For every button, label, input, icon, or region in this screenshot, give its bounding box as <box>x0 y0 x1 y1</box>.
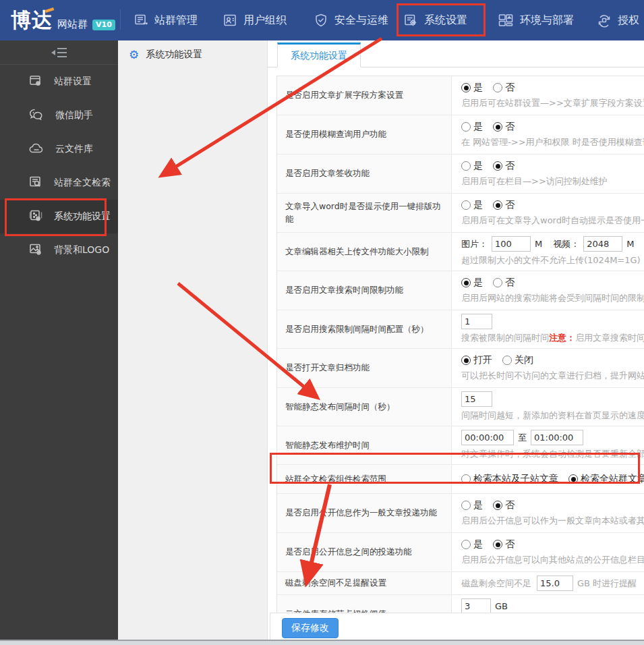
text-input[interactable] <box>537 576 573 591</box>
radio-label: 是 <box>473 538 483 551</box>
row-label: 是否使用模糊查询用户功能 <box>277 115 452 154</box>
row-label: 文章导入word时是否提示使用一键排版功能 <box>277 194 452 232</box>
user-org-icon <box>223 13 237 28</box>
radio-selected[interactable] <box>493 122 502 132</box>
radio-unselected[interactable] <box>461 501 471 510</box>
radio-label: 是 <box>473 277 483 289</box>
row-value: 是否启用后公开信息可以向其他站点的公开信息栏目 <box>452 533 644 571</box>
radio-selected[interactable] <box>461 356 471 365</box>
sidebar-item-system-functions[interactable]: 系统功能设置 <box>0 200 118 233</box>
nav-item-label: 环境与部署 <box>520 13 574 28</box>
nav-item-sites-mgmt[interactable]: 站群管理 <box>134 0 198 40</box>
wechat-helper-icon <box>28 107 45 124</box>
radio-selected[interactable] <box>493 161 502 171</box>
nav-separator <box>120 9 121 30</box>
settings-row: 是否启用文章扩展字段方案设置是否启用后可在站群设置—>>文章扩展字段方案设置 <box>277 76 644 115</box>
nav-item-security-ops[interactable]: 安全与运维 <box>314 0 388 40</box>
help-text: 间隔时间越短，新添加的资料在首页显示的速度 <box>461 410 644 422</box>
help-text: 搜索被限制的间隔时间 <box>461 332 549 344</box>
radio-unselected[interactable] <box>493 278 502 287</box>
text-input[interactable] <box>461 430 514 445</box>
version-badge: V10 <box>92 20 115 30</box>
settings-row: 文章导入word时是否提示使用一键排版功能是否启用后可在文章导入word时自动提… <box>277 194 644 233</box>
radio-unselected[interactable] <box>461 200 471 210</box>
nav-item-license[interactable]: 授权 <box>597 0 639 40</box>
radio-selected[interactable] <box>568 474 578 484</box>
brand-accent-mark <box>45 7 55 13</box>
help-text: GB 时进行提醒 <box>577 578 637 590</box>
radio-unselected[interactable] <box>461 122 471 132</box>
text-input[interactable] <box>492 236 531 252</box>
row-label: 是否打开文章归档功能 <box>277 349 452 387</box>
row-value: 是否启用后可在文章导入word时自动提示是否使用一键 <box>452 194 644 232</box>
settings-row: 智能静态发布维护时间至对文章操作时，系统会自动检测是否要重新全部 <box>277 426 644 465</box>
row-value: 是否启用后公开信息可以作为一般文章向本站或者其 <box>452 494 644 532</box>
radio-selected[interactable] <box>493 200 502 210</box>
tab-system-functions[interactable]: 系统功能设置 <box>277 43 361 67</box>
nav-item-label: 站群管理 <box>154 13 198 28</box>
value-text: GB <box>495 601 508 611</box>
radio-unselected[interactable] <box>461 161 471 171</box>
settings-row: 智能静态发布间隔时间（秒）间隔时间越短，新添加的资料在首页显示的速度 <box>277 388 644 426</box>
row-label: 磁盘剩余空间不足提醒设置 <box>277 572 452 594</box>
row-value: 搜索被限制的间隔时间 注意：启用文章搜索时间 <box>452 310 644 348</box>
sidebar-item-site-settings[interactable]: 站群设置 <box>0 65 118 99</box>
text-input[interactable] <box>461 314 492 329</box>
sidebar-item-fulltext-search[interactable]: 站群全文检索 <box>0 166 118 200</box>
radio-label: 否 <box>505 499 515 511</box>
site-settings-icon <box>28 74 43 90</box>
help-text: 磁盘剩余空间不足 <box>461 578 531 590</box>
value-text: M <box>535 239 542 249</box>
radio-label: 检索本站及子站文章 <box>473 473 558 485</box>
sidebar-item-background-logo[interactable]: 背景和LOGO <box>0 233 118 267</box>
radio-unselected[interactable] <box>461 474 471 484</box>
license-icon <box>597 13 612 28</box>
radio-unselected[interactable] <box>493 83 502 92</box>
radio-selected[interactable] <box>461 83 471 92</box>
row-value: 磁盘剩余空间不足GB 时进行提醒 <box>452 572 644 594</box>
row-label: 智能静态发布维护时间 <box>277 426 452 464</box>
help-text: 启用后网站的搜索功能将会受到间隔时间的限制 <box>461 292 644 304</box>
row-label: 站群全文检索组件检索范围 <box>277 465 452 493</box>
radio-selected[interactable] <box>493 540 502 549</box>
nav-item-system-settings[interactable]: 系统设置 <box>403 0 467 40</box>
collapse-menu-icon <box>51 47 68 58</box>
system-settings-icon <box>403 13 418 28</box>
text-input[interactable] <box>461 391 492 407</box>
sidebar-item-cloud-library[interactable]: 云文件库 <box>0 132 118 166</box>
help-text: 启用后可在站群设置—>>文章扩展字段方案设置 <box>461 97 644 109</box>
sites-mgmt-icon <box>134 13 148 28</box>
help-text: 启用后可在文章导入word时自动提示是否使用一键 <box>461 215 644 227</box>
text-input[interactable] <box>583 236 622 252</box>
row-label: 是否启用公开信息作为一般文章投递功能 <box>277 494 452 532</box>
help-text: 在 网站管理->>用户和权限 时是否使用模糊查询 <box>461 136 644 148</box>
nav-item-user-org[interactable]: 用户组织 <box>223 0 287 40</box>
row-label: 是否启用公开信息之间的投递功能 <box>277 533 452 571</box>
radio-label: 否 <box>505 160 515 172</box>
radio-unselected[interactable] <box>461 540 471 549</box>
background-logo-icon <box>28 242 43 259</box>
row-label: 文章编辑器相关上传文件功能大小限制 <box>277 233 452 271</box>
row-label: 是否启用文章扩展字段方案设置 <box>277 76 452 115</box>
nav-item-label: 授权 <box>618 13 639 28</box>
sidebar-collapse-button[interactable] <box>0 40 118 65</box>
radio-label: 否 <box>505 121 515 133</box>
radio-label: 否 <box>505 538 515 551</box>
radio-unselected[interactable] <box>502 356 512 365</box>
sidebar-item-wechat-helper[interactable]: 微信助手 <box>0 99 118 132</box>
nav-item-env-deploy[interactable]: 环境与部署 <box>498 0 574 40</box>
text-input[interactable] <box>531 430 583 445</box>
save-button[interactable]: 保存修改 <box>282 618 339 638</box>
radio-label: 关闭 <box>515 354 533 366</box>
text-input[interactable] <box>461 598 491 614</box>
fulltext-search-icon <box>28 175 43 192</box>
nav-item-label: 安全与运维 <box>334 13 388 28</box>
settings-table: 是否启用文章扩展字段方案设置是否启用后可在站群设置—>>文章扩展字段方案设置是否… <box>276 76 644 634</box>
sidebar-item-label: 系统功能设置 <box>54 211 111 223</box>
radio-selected[interactable] <box>461 278 471 287</box>
sidebar-item-label: 站群全文检索 <box>54 177 111 189</box>
nav-item-label: 系统设置 <box>424 13 467 28</box>
radio-selected[interactable] <box>493 501 502 510</box>
row-value: 是否在 网站管理->>用户和权限 时是否使用模糊查询 <box>452 115 644 154</box>
settings-row: 站群全文检索组件检索范围检索本站及子站文章检索全站群文章 <box>277 465 644 494</box>
